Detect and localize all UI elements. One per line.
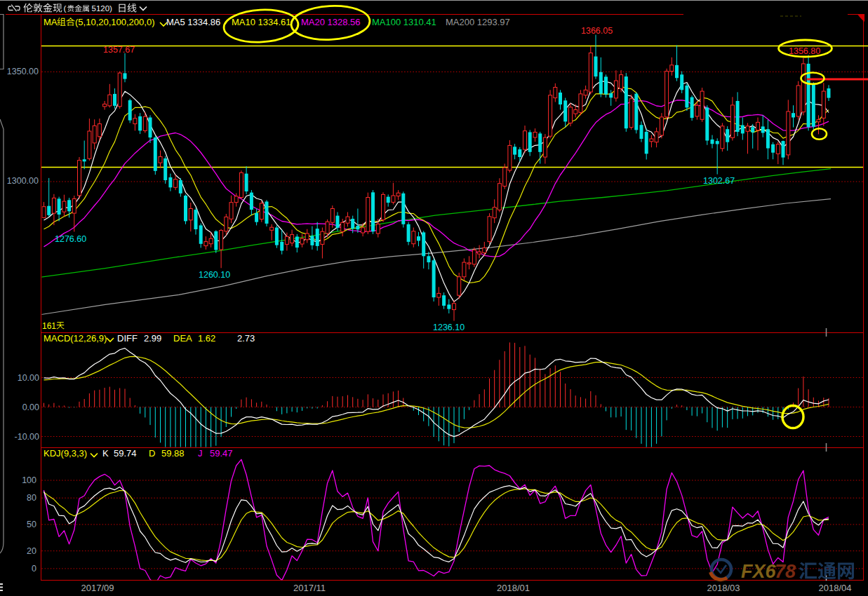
svg-text:D: D <box>149 448 155 459</box>
svg-text:2018/03: 2018/03 <box>707 583 740 593</box>
svg-text:DIFF: DIFF <box>117 333 138 344</box>
svg-text:1356.80: 1356.80 <box>789 46 820 56</box>
svg-text:1.62: 1.62 <box>198 333 215 344</box>
svg-text:-10.00: -10.00 <box>15 432 39 442</box>
svg-text:2018/01: 2018/01 <box>497 583 530 593</box>
svg-text:1350.00: 1350.00 <box>7 67 39 76</box>
svg-text:0.00: 0.00 <box>22 402 39 412</box>
svg-text:161: 161 <box>42 321 56 331</box>
svg-text:J: J <box>198 448 203 459</box>
svg-text:0: 0 <box>32 564 36 574</box>
svg-text:MA: MA <box>44 17 58 27</box>
svg-text:10.00: 10.00 <box>18 373 39 383</box>
svg-text:20: 20 <box>27 546 36 556</box>
svg-text:50: 50 <box>27 520 36 529</box>
svg-text:2018/04: 2018/04 <box>819 583 852 593</box>
svg-text:1276.60: 1276.60 <box>55 234 86 244</box>
svg-text:MA200 1293.97: MA200 1293.97 <box>446 17 510 27</box>
svg-text:5120): 5120) <box>92 4 113 13</box>
svg-text:100: 100 <box>22 475 36 485</box>
svg-text:2.73: 2.73 <box>237 333 255 344</box>
svg-text:59.47: 59.47 <box>210 448 233 459</box>
svg-text:(: ( <box>64 4 67 13</box>
svg-text:78: 78 <box>775 561 796 582</box>
svg-text:1366.05: 1366.05 <box>581 26 613 36</box>
svg-text:(5,10,20,100,200,0): (5,10,20,100,200,0) <box>75 17 154 27</box>
svg-text:1302.67: 1302.67 <box>703 176 735 186</box>
svg-text:80: 80 <box>27 493 36 503</box>
svg-text:1300.00: 1300.00 <box>7 176 39 186</box>
svg-text:59.88: 59.88 <box>161 448 185 459</box>
svg-text:MA5 1334.86: MA5 1334.86 <box>166 17 220 27</box>
svg-text:2017/11: 2017/11 <box>293 583 326 593</box>
svg-text:1260.10: 1260.10 <box>199 270 230 280</box>
svg-text:2.99: 2.99 <box>144 333 161 344</box>
svg-text:MA100 1310.41: MA100 1310.41 <box>372 17 436 27</box>
svg-text:FX6: FX6 <box>741 561 777 582</box>
svg-text:KDJ(9,3,3): KDJ(9,3,3) <box>44 448 87 459</box>
svg-text:DEA: DEA <box>173 333 192 344</box>
svg-text:MA20 1328.56: MA20 1328.56 <box>301 17 361 27</box>
svg-text:2017/09: 2017/09 <box>81 583 114 593</box>
svg-text:K: K <box>102 448 109 459</box>
svg-text:1236.10: 1236.10 <box>433 323 465 332</box>
svg-text:1357.67: 1357.67 <box>103 45 135 55</box>
svg-text:MA10 1334.61: MA10 1334.61 <box>232 17 291 27</box>
svg-text:MACD(12,26,9): MACD(12,26,9) <box>44 333 107 344</box>
svg-text:59.74: 59.74 <box>114 448 137 459</box>
